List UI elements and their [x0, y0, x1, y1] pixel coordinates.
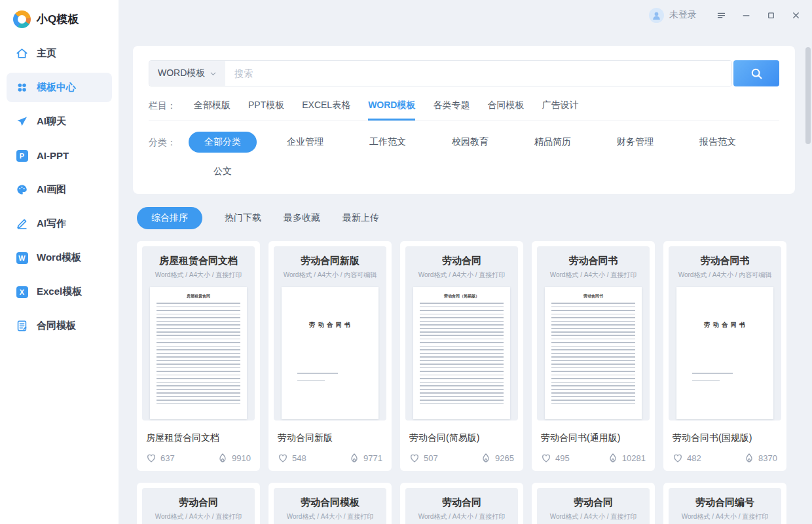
category-all[interactable]: 全部分类: [189, 132, 257, 153]
sort-comprehensive[interactable]: 综合排序: [137, 207, 202, 229]
sort-hot-downloads[interactable]: 热门下载: [225, 212, 261, 224]
sort-newest[interactable]: 最新上传: [342, 212, 379, 224]
tab-topics[interactable]: 各类专题: [433, 100, 470, 121]
heart-icon: [146, 453, 157, 463]
search-filter-panel: WORD模板 栏目： 全部模版 PPT模板 EXCEL表格 WORD模板 各类专…: [133, 46, 795, 194]
category-report[interactable]: 报告范文: [693, 132, 743, 153]
word-icon: W: [16, 252, 28, 264]
scrollbar[interactable]: [805, 0, 811, 524]
pencil-icon: [16, 217, 28, 230]
scrollbar-thumb[interactable]: [805, 47, 811, 144]
template-preview-title: 劳动合同编号: [669, 496, 781, 509]
template-preview-title: 劳动合同: [537, 496, 650, 509]
document-thumbnail: 劳 动 合 同 书: [282, 287, 378, 419]
template-preview: 劳动合同 Word格式 / A4大小 / 直接打印 劳动合同（简易版）: [405, 246, 518, 421]
template-name: 劳动合同(简易版): [409, 432, 514, 444]
main-area: 未登录 WORD: [119, 0, 812, 524]
sidebar-item-label: 模板中心: [37, 81, 76, 94]
heart-icon: [673, 453, 683, 463]
sort-most-favorited[interactable]: 最多收藏: [284, 212, 320, 224]
tab-word-templates[interactable]: WORD模板: [368, 100, 415, 121]
sidebar-item-excel-templates[interactable]: X Excel模板: [7, 277, 112, 307]
tab-all-templates[interactable]: 全部模版: [194, 100, 231, 121]
sidebar-item-template-center[interactable]: 模板中心: [7, 73, 112, 102]
template-preview: 劳动合同 Word格式 / A4大小 / 直接打印: [405, 488, 518, 524]
minimize-icon[interactable]: [740, 9, 752, 21]
category-label: 分类：: [149, 132, 181, 182]
template-preview-title: 房屋租赁合同文档: [142, 255, 255, 267]
download-stat: 8370: [744, 453, 777, 463]
template-card[interactable]: 劳动合同书 Word格式 / A4大小 / 直接打印 劳动合同书 劳动合同书(通…: [532, 241, 655, 471]
sidebar-item-word-templates[interactable]: W Word模板: [7, 243, 112, 272]
template-card[interactable]: 劳动合同编号 Word格式 / A4大小 / 直接打印: [663, 483, 786, 524]
category-work-docs[interactable]: 工作范文: [363, 132, 413, 153]
category-official-docs[interactable]: 公文: [207, 161, 238, 182]
like-stat[interactable]: 637: [146, 453, 175, 463]
flame-icon: [481, 453, 491, 463]
heart-icon: [409, 453, 420, 463]
sidebar: 小Q模板 主页 模板中心 AI聊天 P: [0, 0, 119, 524]
category-enterprise[interactable]: 企业管理: [280, 132, 330, 153]
document-thumbnail: 劳动合同（简易版）: [413, 287, 510, 419]
template-grid-row1: 房屋租赁合同文档 Word格式 / A4大小 / 直接打印 房屋租赁合同 房屋租…: [137, 241, 795, 471]
category-finance[interactable]: 财务管理: [610, 132, 660, 153]
template-card[interactable]: 劳动合同 Word格式 / A4大小 / 直接打印: [532, 483, 655, 524]
sidebar-item-ai-ppt[interactable]: P AI-PPT: [7, 141, 112, 170]
like-stat[interactable]: 482: [673, 453, 701, 463]
like-stat[interactable]: 548: [278, 453, 306, 463]
template-preview: 劳动合同模板 Word格式 / A4大小 / 直接打印: [274, 488, 386, 524]
app-logo-icon: [13, 10, 31, 28]
sidebar-item-label: AI聊天: [37, 115, 66, 128]
sidebar-item-ai-draw[interactable]: AI画图: [7, 175, 112, 204]
template-card[interactable]: 房屋租赁合同文档 Word格式 / A4大小 / 直接打印 房屋租赁合同 房屋租…: [137, 241, 260, 471]
sidebar-item-label: Excel模板: [37, 286, 82, 298]
template-stats: 548 9771: [278, 453, 382, 463]
template-preview-meta: Word格式 / A4大小 / 直接打印: [405, 271, 518, 280]
document-thumbnail: 房屋租赁合同: [150, 287, 247, 419]
search-category-dropdown[interactable]: WORD模板: [149, 61, 225, 86]
avatar: [649, 8, 664, 23]
document-thumbnail: 劳 动 合 同 书: [676, 287, 773, 419]
sidebar-item-home[interactable]: 主页: [7, 39, 112, 68]
template-card[interactable]: 劳动合同新版 Word格式 / A4大小 / 内容可编辑 劳 动 合 同 书 劳…: [268, 241, 392, 471]
sidebar-item-ai-chat[interactable]: AI聊天: [7, 107, 112, 136]
template-info: 房屋租赁合同文档 637 9910: [137, 426, 260, 471]
category-section: 分类： 全部分类 企业管理 工作范文 校园教育 精品简历 财务管理 报告范文 公…: [149, 121, 779, 182]
search-input[interactable]: [225, 61, 731, 86]
template-card[interactable]: 劳动合同模板 Word格式 / A4大小 / 直接打印: [268, 483, 392, 524]
tab-excel-templates[interactable]: EXCEL表格: [302, 100, 350, 121]
flame-icon: [608, 453, 618, 463]
ppt-icon: P: [16, 149, 28, 162]
user-login[interactable]: 未登录: [649, 8, 697, 23]
sidebar-item-ai-write[interactable]: AI写作: [7, 209, 112, 238]
sidebar-item-label: 合同模板: [37, 320, 76, 332]
chevron-down-icon: [210, 70, 217, 77]
template-card[interactable]: 劳动合同 Word格式 / A4大小 / 直接打印 劳动合同（简易版） 劳动合同…: [400, 241, 523, 471]
close-icon[interactable]: [790, 9, 802, 21]
like-stat[interactable]: 495: [541, 453, 570, 463]
template-preview-title: 劳动合同: [405, 496, 518, 509]
template-preview-meta: Word格式 / A4大小 / 直接打印: [274, 512, 386, 521]
category-education[interactable]: 校园教育: [445, 132, 495, 153]
tab-ad-design[interactable]: 广告设计: [542, 100, 578, 121]
tab-contract-templates[interactable]: 合同模板: [487, 100, 524, 121]
like-stat[interactable]: 507: [409, 453, 438, 463]
template-card[interactable]: 劳动合同书 Word格式 / A4大小 / 内容可编辑 劳 动 合 同 书 劳动…: [663, 241, 786, 471]
category-resume[interactable]: 精品简历: [528, 132, 578, 153]
maximize-icon[interactable]: [765, 9, 777, 21]
search-button[interactable]: [733, 60, 779, 86]
topbar: 未登录: [133, 0, 802, 30]
tab-ppt-templates[interactable]: PPT模板: [248, 100, 284, 121]
template-preview: 房屋租赁合同文档 Word格式 / A4大小 / 直接打印 房屋租赁合同: [142, 246, 255, 421]
template-preview-meta: Word格式 / A4大小 / 直接打印: [537, 271, 650, 280]
palette-icon: [16, 183, 28, 196]
sidebar-item-contract-templates[interactable]: 合同模板: [7, 311, 112, 341]
template-card[interactable]: 劳动合同 Word格式 / A4大小 / 直接打印: [137, 483, 260, 524]
menu-icon[interactable]: [715, 9, 727, 21]
template-preview-meta: Word格式 / A4大小 / 直接打印: [537, 512, 650, 521]
template-center-icon: [16, 81, 28, 94]
sidebar-item-label: Word模板: [37, 252, 81, 264]
template-card[interactable]: 劳动合同 Word格式 / A4大小 / 直接打印: [400, 483, 523, 524]
download-stat: 9771: [349, 453, 382, 463]
category-list: 全部分类 企业管理 工作范文 校园教育 精品简历 财务管理 报告范文 公文: [181, 132, 759, 182]
